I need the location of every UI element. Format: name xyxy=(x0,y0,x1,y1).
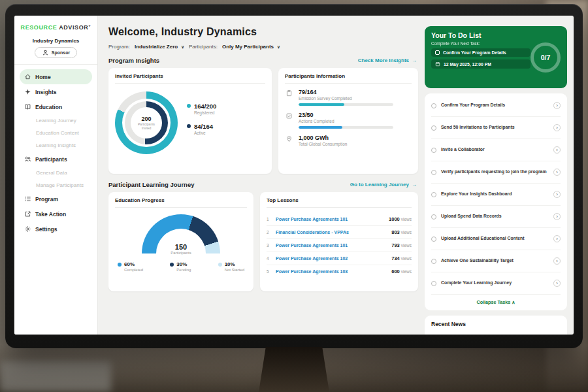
task-item[interactable]: Upload Additional Educational Content › xyxy=(431,228,561,250)
next-task-label: Confirm Your Program Details xyxy=(443,50,506,55)
chevron-right-icon[interactable]: › xyxy=(553,235,561,242)
sidebar-item-learning-journey[interactable]: Learning Journey xyxy=(20,114,92,127)
program-select[interactable]: Industrialize Zero ∨ xyxy=(135,44,184,50)
todo-progress-ring: 0/7 xyxy=(531,42,561,73)
sponsor-badge[interactable]: Sponsor xyxy=(35,47,77,58)
stat-global-consumption: 1,000 GWh Total Global Consumption xyxy=(285,135,412,149)
collapse-tasks-link[interactable]: Collapse Tasks ∧ xyxy=(431,295,561,307)
calendar-icon xyxy=(435,61,440,67)
program-select-value: Industrialize Zero xyxy=(135,44,178,50)
gear-icon xyxy=(24,225,31,233)
lesson-views: 734views xyxy=(391,255,412,261)
sidebar-item-label: Insights xyxy=(35,89,57,95)
chevron-right-icon[interactable]: › xyxy=(553,169,561,176)
sidebar-item-home[interactable]: Home xyxy=(20,69,92,84)
sidebar-item-participants[interactable]: Participants xyxy=(20,152,92,167)
person-icon xyxy=(42,49,49,56)
stat-emission-survey: 79/164 Emission Survey Completed xyxy=(285,89,412,106)
stat-label: Actions Completed xyxy=(299,119,393,123)
sidebar-item-education-content[interactable]: Education Content xyxy=(20,127,92,139)
sidebar-item-label: Program xyxy=(35,196,58,203)
card-title: Top Lessons xyxy=(267,197,412,208)
task-item[interactable]: Achieve One Sustainability Target › xyxy=(431,250,561,272)
task-checkbox[interactable] xyxy=(431,170,436,175)
task-checkbox[interactable] xyxy=(431,281,436,286)
go-to-learning-journey-link[interactable]: Go to Learning Journey → xyxy=(350,182,417,188)
task-item[interactable]: Complete Your Learning Journey › xyxy=(431,272,561,295)
background-bottom-left-patch xyxy=(0,361,111,392)
chevron-right-icon[interactable]: › xyxy=(553,146,561,154)
recent-news-title: Recent News xyxy=(431,321,561,327)
legend-item-active: 84/164 Active xyxy=(187,123,216,135)
todo-title: Your To Do List xyxy=(431,31,561,39)
program-filter-label: Program: xyxy=(108,44,130,50)
chevron-right-icon[interactable]: › xyxy=(553,280,561,287)
donut-center-value: 200 xyxy=(141,116,151,122)
legend-item-completed: 60% Completed xyxy=(118,261,143,272)
checkbox-icon[interactable] xyxy=(435,50,440,55)
task-checkbox[interactable] xyxy=(431,237,436,242)
education-progress-gauge: 150 Participants xyxy=(140,213,221,255)
chevron-right-icon[interactable]: › xyxy=(553,124,561,131)
task-item[interactable]: Invite a Collaborator › xyxy=(431,139,561,161)
lesson-views: 803views xyxy=(391,229,412,235)
task-item[interactable]: Confirm Your Program Details › xyxy=(431,95,561,117)
task-checkbox[interactable] xyxy=(431,214,436,220)
task-checkbox[interactable] xyxy=(431,259,436,264)
chevron-right-icon[interactable]: › xyxy=(553,257,561,265)
task-checkbox[interactable] xyxy=(431,125,436,131)
sidebar-item-label: Education xyxy=(35,104,62,110)
check-more-insights-link[interactable]: Check More Insights → xyxy=(358,57,417,63)
chevron-up-icon: ∧ xyxy=(512,299,515,305)
clipboard-icon xyxy=(285,89,293,106)
legend-value: 10% xyxy=(225,261,244,267)
chevron-down-icon: ∨ xyxy=(181,44,184,50)
sidebar-item-learning-insights[interactable]: Learning Insights xyxy=(20,139,92,152)
task-item[interactable]: Explore Your Insights Dashboard › xyxy=(431,184,561,206)
legend-label: Completed xyxy=(124,268,143,272)
task-checkbox[interactable] xyxy=(431,148,436,153)
chevron-right-icon[interactable]: › xyxy=(553,102,561,109)
lesson-link[interactable]: Financial Considerations - VPPAs xyxy=(276,230,387,235)
monitor-stand xyxy=(259,347,329,392)
legend-label: Pending xyxy=(176,268,191,272)
task-checkbox[interactable] xyxy=(431,192,436,197)
lesson-link[interactable]: Power Purchase Agreements 101 xyxy=(276,243,387,248)
participants-select[interactable]: Only My Participants ∨ xyxy=(222,44,280,50)
lesson-views: 793views xyxy=(391,242,412,248)
sidebar-item-settings[interactable]: Settings xyxy=(20,221,92,237)
participants-filter-label: Participants: xyxy=(189,44,218,50)
stat-value: 79/164 xyxy=(299,89,393,95)
lesson-link[interactable]: Power Purchase Agreements 102 xyxy=(276,256,387,261)
sidebar-item-take-action[interactable]: Take Action xyxy=(20,206,92,221)
sidebar-item-education[interactable]: Education xyxy=(20,99,92,114)
stat-value: 1,000 GWh xyxy=(299,135,347,141)
sidebar: RESOURCE ADVISOR+ Industry Dynamics Spon… xyxy=(14,16,98,335)
task-label: Upload Spend Data Records xyxy=(441,214,549,220)
lesson-link[interactable]: Power Purchase Agreements 103 xyxy=(276,269,387,274)
sidebar-item-program[interactable]: Program xyxy=(20,191,92,206)
legend-value: 60% xyxy=(124,261,143,267)
filter-bar: Program: Industrialize Zero ∨ Participan… xyxy=(108,44,418,50)
lesson-row: 1 Power Purchase Agreements 101 1000view… xyxy=(267,213,412,226)
sidebar-divider xyxy=(14,64,97,65)
next-task-pill[interactable]: Confirm Your Program Details xyxy=(431,48,531,57)
arrow-right-icon: → xyxy=(412,57,417,63)
gauge-center-label: Participants xyxy=(140,251,221,255)
chevron-right-icon[interactable]: › xyxy=(553,191,561,198)
task-item[interactable]: Upload Spend Data Records › xyxy=(431,206,561,228)
lesson-views: 1000views xyxy=(389,216,412,222)
lesson-link[interactable]: Power Purchase Agreements 101 xyxy=(276,217,384,221)
lesson-views: 600views xyxy=(391,269,412,274)
chevron-right-icon[interactable]: › xyxy=(553,213,561,220)
sidebar-item-label: Participants xyxy=(35,156,67,163)
due-date-label: 12 May 2025, 12:00 PM xyxy=(444,62,491,67)
task-label: Complete Your Learning Journey xyxy=(441,280,549,286)
sidebar-item-manage-participants[interactable]: Manage Participants xyxy=(20,179,92,191)
sidebar-item-insights[interactable]: Insights xyxy=(20,84,92,99)
task-item[interactable]: Verify participants requesting to join t… xyxy=(431,161,561,184)
action-arrow-icon xyxy=(24,210,31,218)
task-checkbox[interactable] xyxy=(431,103,436,108)
sidebar-item-general-data[interactable]: General Data xyxy=(20,167,92,179)
task-item[interactable]: Send 50 Invitations to Participants › xyxy=(431,117,561,139)
